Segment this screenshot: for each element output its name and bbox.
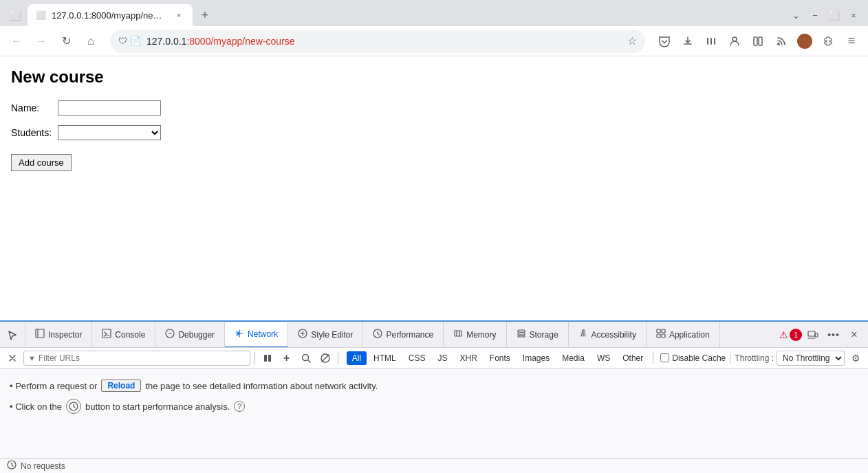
devtools-tab-network[interactable]: Network	[225, 322, 288, 348]
tab-favicon-button[interactable]: ⬜	[6, 6, 25, 25]
devtools-tab-accessibility[interactable]: Accessibility	[569, 322, 647, 347]
home-button[interactable]: ⌂	[80, 30, 102, 52]
avatar[interactable]	[794, 30, 816, 52]
tab-controls: ⌄ − ⬜ ×	[787, 6, 862, 24]
throttle-select[interactable]: No Throttling Fast 3G Slow 3G Offline	[777, 351, 845, 366]
filter-ws-button[interactable]: WS	[592, 351, 616, 365]
svg-rect-21	[657, 329, 660, 333]
bookmarks-button[interactable]	[700, 30, 722, 52]
filter-css-button[interactable]: CSS	[403, 351, 431, 365]
filter-other-button[interactable]: Other	[617, 351, 649, 365]
network-hint-2: • Click on the button to start performan…	[10, 399, 858, 414]
error-icon: ⚠	[779, 329, 788, 340]
list-tabs-button[interactable]: ⌄	[787, 6, 805, 24]
name-input[interactable]	[58, 100, 161, 116]
pocket-button[interactable]	[653, 30, 675, 52]
toolbar-separator	[254, 352, 255, 364]
shield-icon: 🛡	[118, 36, 127, 46]
network-toolbar: ▼ + All HTML CSS JS XHR Fonts Images Med…	[0, 348, 868, 368]
more-tools-button[interactable]: •••	[824, 325, 843, 344]
throttle-label: Throttling :	[735, 353, 774, 363]
filter-all-button[interactable]: All	[347, 351, 367, 365]
devtools-tab-memory[interactable]: Memory	[444, 322, 506, 347]
network-settings-button[interactable]: ⚙	[847, 350, 864, 366]
filter-media-button[interactable]: Media	[556, 351, 590, 365]
devtools-controls: ⚠ 1 ••• ×	[775, 325, 868, 344]
active-tab[interactable]: ⬜ 127.0.0.1:8000/myapp/new-course ×	[28, 4, 193, 26]
minimize-button[interactable]: −	[806, 6, 824, 24]
search-button[interactable]	[298, 350, 314, 366]
svg-rect-25	[808, 331, 815, 336]
students-row: Students:	[11, 125, 857, 140]
students-select[interactable]	[58, 125, 161, 140]
filter-icon: ▼	[28, 354, 36, 362]
address-port-path: :8000/myapp/new-course	[186, 36, 294, 47]
devtools-tab-console[interactable]: Console	[92, 322, 155, 347]
svg-rect-29	[268, 355, 271, 362]
download-button[interactable]	[677, 30, 699, 52]
accessibility-icon	[578, 329, 588, 340]
responsive-design-button[interactable]	[803, 325, 823, 344]
devtools-tab-style-editor[interactable]: Style Editor	[288, 322, 363, 347]
network-content-area: • Perform a request or Reload the page t…	[0, 368, 868, 458]
help-icon[interactable]: ?	[234, 401, 245, 412]
filter-url-input-wrap[interactable]: ▼	[23, 351, 250, 366]
tab-bar: ⬜ ⬜ 127.0.0.1:8000/myapp/new-course × + …	[0, 0, 868, 26]
storage-tab-label: Storage	[530, 330, 558, 340]
devtools-tab-application[interactable]: Application	[647, 322, 720, 347]
svg-rect-17	[518, 330, 525, 332]
extensions-button[interactable]	[817, 30, 839, 52]
address-icons: 🛡 📄	[118, 36, 141, 46]
console-icon	[102, 329, 111, 340]
page-title: New course	[11, 67, 857, 87]
svg-point-6	[777, 43, 780, 45]
tab-close-button[interactable]: ×	[173, 10, 184, 21]
svg-point-20	[582, 330, 584, 332]
disable-cache-checkbox[interactable]	[660, 353, 669, 362]
inspector-icon	[35, 329, 45, 340]
style-editor-tab-label: Style Editor	[311, 330, 353, 340]
performance-analysis-icon[interactable]	[66, 399, 81, 414]
svg-line-31	[307, 360, 310, 362]
address-bar[interactable]: 🛡 📄 127.0.0.1:8000/myapp/new-course ☆	[110, 30, 645, 53]
back-button[interactable]: ←	[6, 30, 28, 52]
filter-fonts-button[interactable]: Fonts	[484, 351, 516, 365]
new-tab-button[interactable]: +	[195, 6, 215, 25]
close-devtools-button[interactable]: ×	[845, 325, 864, 344]
filter-images-button[interactable]: Images	[517, 351, 555, 365]
add-filter-button[interactable]: +	[279, 350, 295, 366]
block-url-button[interactable]	[317, 350, 334, 366]
filter-xhr-button[interactable]: XHR	[454, 351, 482, 365]
bookmark-star-icon[interactable]: ☆	[627, 34, 637, 47]
page-info-icon: 📄	[130, 36, 141, 46]
devtools-picker-button[interactable]	[0, 322, 25, 347]
reader-view-button[interactable]	[747, 30, 769, 52]
devtools-panel: Inspector Console Debugger Network Style…	[0, 320, 868, 473]
tab-title: 127.0.0.1:8000/myapp/new-course	[52, 10, 168, 21]
filter-html-button[interactable]: HTML	[368, 351, 402, 365]
devtools-tab-performance[interactable]: Performance	[363, 322, 444, 347]
profile-button[interactable]	[724, 30, 746, 52]
rss-button[interactable]	[770, 30, 792, 52]
devtools-tab-storage[interactable]: Storage	[507, 322, 569, 347]
devtools-tab-debugger[interactable]: Debugger	[155, 322, 225, 347]
address-text: 127.0.0.1:8000/myapp/new-course	[147, 36, 622, 47]
restore-button[interactable]: ⬜	[825, 6, 843, 24]
devtools-tab-inspector[interactable]: Inspector	[25, 322, 92, 347]
address-prefix: 127.0.0.1	[147, 36, 186, 47]
reload-page-button[interactable]: Reload	[101, 380, 141, 392]
clear-requests-button[interactable]	[4, 350, 21, 366]
menu-button[interactable]: ≡	[840, 30, 862, 52]
hint1-suffix: the page to see detailed information abo…	[145, 381, 378, 391]
console-tab-label: Console	[115, 330, 145, 340]
pause-recording-button[interactable]	[259, 350, 276, 366]
disable-cache-label[interactable]: Disable Cache	[660, 353, 726, 363]
toolbar-separator-4	[730, 352, 730, 364]
filter-js-button[interactable]: JS	[432, 351, 453, 365]
filter-url-input[interactable]	[39, 353, 246, 363]
add-course-button[interactable]: Add course	[11, 154, 72, 171]
reload-button[interactable]: ↻	[55, 30, 77, 52]
forward-button[interactable]: →	[30, 30, 52, 52]
close-window-button[interactable]: ×	[845, 6, 862, 24]
svg-rect-5	[759, 37, 762, 45]
